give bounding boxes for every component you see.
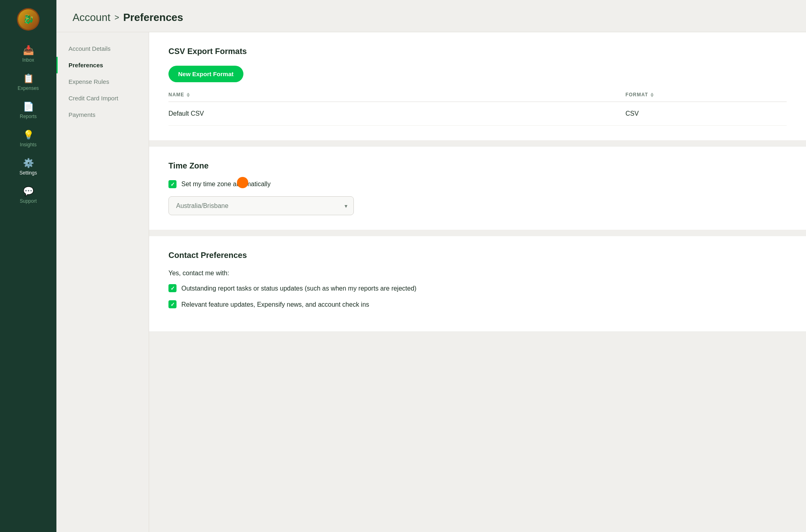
contact-text-1: Relevant feature updates, Expensify news…	[181, 300, 369, 309]
auto-timezone-checkbox[interactable]	[168, 180, 177, 188]
sidebar-label-settings: Settings	[19, 170, 37, 176]
table-row[interactable]: Default CSV CSV	[168, 102, 787, 126]
row-format-cell: CSV	[625, 110, 787, 117]
csv-section-title: CSV Export Formats	[168, 47, 787, 56]
avatar-image: 🐉	[18, 9, 38, 29]
insights-icon: 💡	[23, 131, 34, 139]
sidebar-label-inbox: Inbox	[22, 57, 34, 63]
contact-checkbox-0[interactable]	[168, 284, 177, 292]
contact-text-0: Outstanding report tasks or status updat…	[181, 284, 416, 293]
sidebar-label-expenses: Expenses	[18, 85, 39, 91]
sub-sidebar-label-payments: Payments	[69, 111, 96, 118]
contact-row-0: Outstanding report tasks or status updat…	[168, 284, 787, 293]
main-wrapper: Account > Preferences Account Details Pr…	[56, 0, 806, 532]
timezone-select-wrapper: Australia/Brisbane Australia/Sydney Amer…	[168, 196, 354, 215]
sidebar-item-reports[interactable]: 📄 Reports	[0, 97, 56, 125]
sub-sidebar: Account Details Preferences Expense Rule…	[56, 32, 149, 532]
reports-icon: 📄	[23, 102, 34, 111]
breadcrumb-account: Account	[73, 11, 110, 24]
support-icon: 💬	[23, 187, 34, 196]
contact-row-1: Relevant feature updates, Expensify news…	[168, 300, 787, 309]
timezone-section-title: Time Zone	[168, 161, 787, 170]
orange-indicator-dot	[237, 177, 248, 188]
sub-sidebar-item-payments[interactable]: Payments	[56, 106, 149, 123]
sidebar: 🐉 📥 Inbox 📋 Expenses 📄 Reports 💡 Insight…	[0, 0, 56, 532]
sub-sidebar-item-preferences[interactable]: Preferences	[56, 57, 149, 73]
sidebar-item-support[interactable]: 💬 Support	[0, 181, 56, 210]
breadcrumb-separator: >	[114, 13, 119, 22]
sidebar-item-insights[interactable]: 💡 Insights	[0, 125, 56, 153]
row-name-cell: Default CSV	[168, 110, 625, 117]
auto-timezone-row: Set my time zone automatically	[168, 180, 787, 188]
sub-sidebar-item-expense-rules[interactable]: Expense Rules	[56, 73, 149, 90]
sidebar-label-insights: Insights	[20, 142, 36, 148]
auto-timezone-label: Set my time zone automatically	[181, 181, 270, 188]
sub-sidebar-item-account-details[interactable]: Account Details	[56, 40, 149, 57]
breadcrumb: Account > Preferences	[73, 11, 790, 24]
csv-table-header: NAME FORMAT	[168, 92, 787, 102]
sidebar-item-settings[interactable]: ⚙️ Settings	[0, 153, 56, 181]
settings-icon: ⚙️	[23, 159, 34, 168]
contact-section-title: Contact Preferences	[168, 251, 787, 260]
csv-col-format-header: FORMAT	[625, 92, 787, 98]
new-export-format-button[interactable]: New Export Format	[168, 66, 243, 82]
breadcrumb-current: Preferences	[123, 11, 183, 24]
sub-sidebar-label-preferences: Preferences	[69, 62, 103, 69]
contact-checkbox-1[interactable]	[168, 300, 177, 308]
format-sort-icon[interactable]	[650, 93, 654, 97]
header: Account > Preferences	[56, 0, 806, 32]
sidebar-label-support: Support	[20, 198, 37, 204]
inbox-icon: 📥	[23, 46, 34, 55]
sub-sidebar-item-credit-card-import[interactable]: Credit Card Import	[56, 90, 149, 106]
contact-preferences-section: Contact Preferences Yes, contact me with…	[149, 236, 806, 331]
sidebar-item-expenses[interactable]: 📋 Expenses	[0, 69, 56, 97]
timezone-select[interactable]: Australia/Brisbane Australia/Sydney Amer…	[168, 196, 354, 215]
sub-sidebar-label-account-details: Account Details	[69, 45, 110, 52]
csv-col-name-header: NAME	[168, 92, 625, 98]
sidebar-item-inbox[interactable]: 📥 Inbox	[0, 40, 56, 69]
timezone-section: Time Zone Set my time zone automatically…	[149, 147, 806, 230]
name-sort-icon[interactable]	[187, 93, 190, 97]
avatar[interactable]: 🐉	[17, 8, 39, 31]
sub-sidebar-label-credit-card-import: Credit Card Import	[69, 95, 118, 102]
main-content: CSV Export Formats New Export Format NAM…	[149, 32, 806, 532]
csv-export-section: CSV Export Formats New Export Format NAM…	[149, 32, 806, 140]
content-layout: Account Details Preferences Expense Rule…	[56, 32, 806, 532]
sub-sidebar-label-expense-rules: Expense Rules	[69, 78, 109, 85]
sidebar-label-reports: Reports	[20, 114, 37, 119]
contact-intro-text: Yes, contact me with:	[168, 270, 787, 277]
expenses-icon: 📋	[23, 74, 34, 83]
